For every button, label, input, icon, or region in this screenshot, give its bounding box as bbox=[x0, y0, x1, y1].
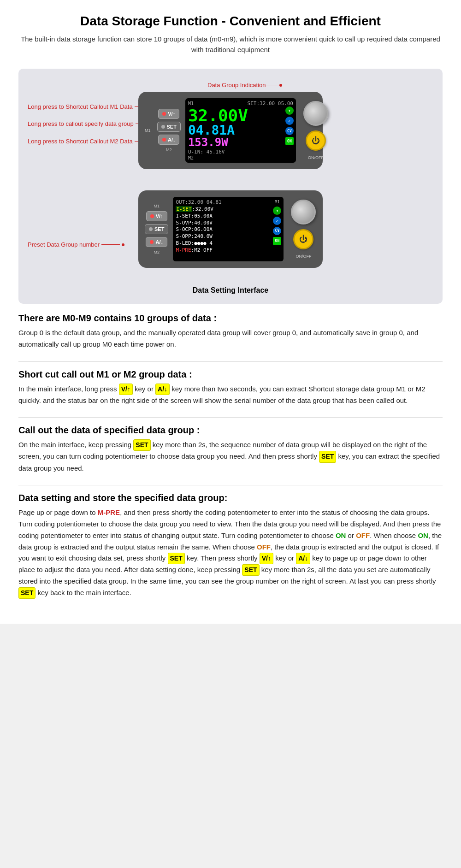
device1-knob-area: ⏻ ON/OFF bbox=[303, 101, 328, 160]
s4-vup: V/↑ bbox=[260, 553, 273, 564]
btn-a-down[interactable]: A/↓ bbox=[158, 135, 180, 145]
device1-power-btn[interactable]: ⏻ bbox=[306, 130, 326, 151]
s2-body-1: In the main interface, long press bbox=[18, 385, 119, 393]
ann-set-text: Long press to callout specify data group bbox=[28, 120, 134, 127]
ann-line-preset bbox=[101, 244, 120, 245]
d2-btn-v-up[interactable]: V/↑ bbox=[146, 211, 167, 221]
s2-line5: S-OCP:06.00A bbox=[176, 226, 281, 233]
d2-btn-set[interactable]: SET bbox=[145, 224, 168, 234]
section-shortcut: Short cut call out M1 or M2 group data :… bbox=[18, 369, 443, 407]
section-callout: Call out the data of specified data grou… bbox=[18, 425, 443, 474]
screen1-content: M1 SET:32.00 05.00 32.00V 04.81A 153.9W … bbox=[185, 98, 296, 163]
device1-left-controls: V/↑ SET A/↓ M2 bbox=[157, 109, 181, 152]
ann-preset-text: Preset Data Group number bbox=[28, 241, 100, 248]
s2-mpre-text: M-PRE bbox=[176, 247, 191, 253]
s4-adown: A/↓ bbox=[296, 553, 310, 564]
s4-on2: ON bbox=[418, 531, 428, 539]
device2: M1 V/↑ SET A/↓ M2 bbox=[138, 190, 323, 268]
btn-a-down-indicator bbox=[162, 138, 166, 142]
d2-btn-v-up-ind bbox=[150, 214, 154, 218]
page-title: Data Storage Function - Convenient and E… bbox=[18, 14, 443, 29]
screen1-voltage: 32.00V bbox=[188, 107, 293, 124]
device2-onoff-label: ON/OFF bbox=[296, 254, 311, 259]
s4-p8: key or bbox=[273, 554, 296, 562]
d2-btn-v-up-lbl: V/↑ bbox=[156, 213, 163, 219]
section1-body: Group 0 is the default data group, and t… bbox=[18, 327, 443, 350]
s4-p11: key back to the main interface. bbox=[35, 589, 131, 596]
section3-title: Call out the data of specified data grou… bbox=[18, 425, 443, 436]
s2-line3: I-SET:05.00A bbox=[176, 213, 281, 220]
status-icon-2: ✓ bbox=[285, 117, 294, 125]
ann-dot-right bbox=[279, 84, 282, 87]
s4-on: ON bbox=[336, 531, 346, 539]
d2-btn-a-down-lbl: A/↓ bbox=[155, 239, 163, 245]
btn-v-up-label: V/↑ bbox=[168, 111, 175, 117]
device2-left-controls: M1 V/↑ SET A/↓ M2 bbox=[145, 204, 168, 254]
s4-p3: or bbox=[346, 531, 356, 539]
divider1 bbox=[18, 361, 443, 362]
device1-onoff-label: ON/OFF bbox=[308, 155, 324, 160]
s4-off2: OFF bbox=[257, 543, 271, 551]
btn-set[interactable]: SET bbox=[157, 122, 181, 132]
ann-a-down: Long press to Shortcut Callout M2 Data bbox=[28, 138, 151, 145]
device1-knob[interactable] bbox=[303, 101, 328, 126]
page: Data Storage Function - Convenient and E… bbox=[0, 0, 461, 624]
s4-set1: SET bbox=[168, 553, 185, 564]
s2-mpre-val: :M2 OFF bbox=[191, 247, 213, 253]
s4-off: OFF bbox=[356, 531, 370, 539]
status-icon-cv: CV bbox=[285, 127, 294, 135]
diagram-area: Data Group Indication Long press to Shor… bbox=[18, 69, 443, 304]
device2-power-btn[interactable]: ⏻ bbox=[293, 229, 313, 249]
s2-iset-val: :32.00V bbox=[192, 206, 213, 212]
device2-screen: OUT:32.00 04.81 I-SET:32.00V I-SET:05.00… bbox=[173, 197, 284, 261]
section2-body: In the main interface, long press V/↑ ke… bbox=[18, 384, 443, 407]
ann-a-down-text: Long press to Shortcut Callout M2 Data bbox=[28, 138, 133, 145]
section4-title: Data setting and store the specified dat… bbox=[18, 493, 443, 503]
device1-btn-labels: M1 bbox=[145, 128, 151, 133]
screen1-m2: M2 bbox=[188, 155, 194, 160]
d2-m2-label: M2 bbox=[154, 250, 160, 254]
screen1-vin: U-IN: 45.16V bbox=[188, 149, 293, 155]
btn-a-down-label: A/↓ bbox=[168, 137, 176, 142]
s2-icon-cv: CV bbox=[273, 227, 281, 235]
section1-title: There are M0-M9 contains 10 groups of da… bbox=[18, 313, 443, 324]
s4-p7: key. Then press shortly bbox=[185, 554, 260, 562]
device2-knob-area: ⏻ ON/OFF bbox=[291, 200, 316, 259]
s2-badge-v: V/↑ bbox=[119, 384, 133, 395]
ann-preset: Preset Data Group number bbox=[28, 241, 124, 248]
d2-m1-label: M1 bbox=[154, 204, 160, 208]
s3-badge2: SET bbox=[319, 451, 336, 462]
s2-line7: B-LED:●●●● 4 bbox=[176, 240, 281, 247]
m2-bottom-label: M2 bbox=[166, 148, 172, 152]
s2-icon-on: ON bbox=[273, 237, 281, 245]
s4-mpre: M-PRE bbox=[98, 508, 120, 516]
ann-set: Long press to callout specify data group bbox=[28, 120, 152, 127]
data-group-label: Data Group Indication bbox=[207, 82, 266, 89]
s2-iset-line: I-SET:32.00V bbox=[176, 206, 281, 213]
screen1-setline: SET:32.00 05.00 bbox=[248, 100, 293, 106]
screen2-content: OUT:32.00 04.81 I-SET:32.00V I-SET:05.00… bbox=[173, 197, 284, 261]
device1-section: Data Group Indication Long press to Shor… bbox=[28, 78, 433, 170]
screen2-status: M1 ↑ ✓ CV ON bbox=[273, 199, 281, 245]
s2-m1-indicator: M1 bbox=[275, 199, 280, 205]
device2-section: Preset Data Group number M1 V/↑ bbox=[28, 181, 433, 283]
section-m0-m9: There are M0-M9 contains 10 groups of da… bbox=[18, 313, 443, 350]
section-datasetting: Data setting and store the specified dat… bbox=[18, 493, 443, 599]
s2-iset-highlight: I-SET bbox=[176, 206, 192, 212]
btn-v-up[interactable]: V/↑ bbox=[158, 109, 179, 119]
s2-out-line: OUT:32.00 04.81 bbox=[176, 199, 281, 206]
annotation-data-group: Data Group Indication bbox=[207, 82, 282, 89]
ann-v-up: Long press to Shortcut Callout M1 Data bbox=[28, 103, 153, 110]
device2-knob[interactable] bbox=[291, 200, 316, 224]
s2-icon2: ✓ bbox=[273, 217, 281, 225]
d2-btn-a-down[interactable]: A/↓ bbox=[146, 237, 167, 247]
s4-set3: SET bbox=[18, 587, 35, 599]
s3-badge1: SET bbox=[133, 439, 150, 451]
screen1-status-icons: ↑ ✓ CV ON bbox=[285, 106, 294, 145]
d2-btn-a-down-ind bbox=[150, 240, 154, 244]
s2-mpre-line: M-PRE:M2 OFF bbox=[176, 247, 281, 254]
s2-line4: S-OVP:40.00V bbox=[176, 220, 281, 227]
d2-btn-set-lbl: SET bbox=[154, 226, 164, 232]
s4-p4: . When choose bbox=[370, 531, 418, 539]
section3-body: On the main interface, keep pressing SET… bbox=[18, 439, 443, 474]
